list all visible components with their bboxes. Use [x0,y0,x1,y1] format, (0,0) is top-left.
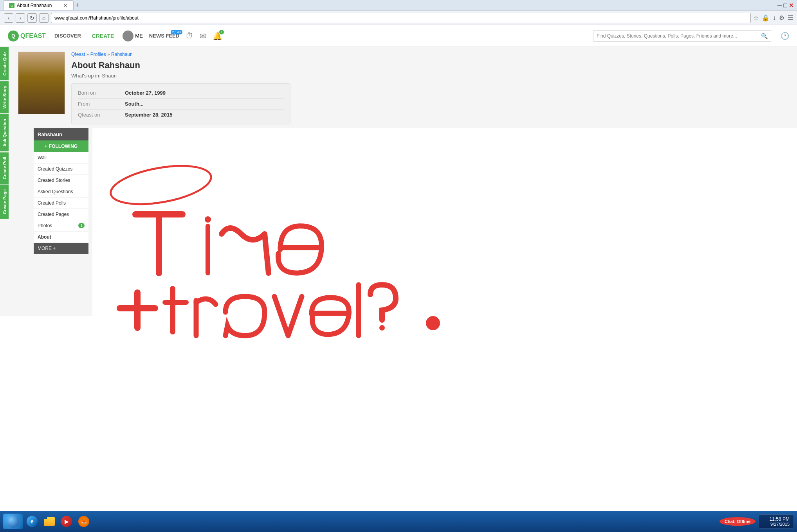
notification-icon[interactable]: 🔔 1 [213,31,222,41]
circle-annotation [108,159,214,211]
logo-icon: Q [8,31,19,41]
star-icon[interactable]: ☆ [753,14,759,22]
main-content: Rahshaun + FOLLOWING Wall Created Quizze… [0,124,797,316]
profile-tagline: What's up im Shaun [71,73,792,79]
sidebar-tab-create-page[interactable]: Create Page [0,185,9,219]
taskbar-icon-folder[interactable] [41,514,57,529]
profile-photo-inner [18,52,65,114]
qfeast-label: Qfeast on [78,112,125,118]
refresh-btn[interactable]: ↻ [27,13,37,23]
nav-item-questions[interactable]: Asked Questions [34,186,88,198]
sidebar-tab-ask-question[interactable]: Ask Question [0,114,9,151]
nav-create[interactable]: CREATE [90,31,117,41]
minimize-btn[interactable]: ─ [777,2,782,9]
taskbar-right: Chat: Offline 11:58 PM 9/27/2015 [719,514,794,528]
drawing-area [92,128,797,316]
drawing-annotation-svg [92,128,562,347]
nav-item-quizzes[interactable]: Created Quizzes [34,164,88,175]
browser-icons: ☆ 🔒 ↓ ⚙ ☰ [753,14,793,22]
svg-point-13 [426,316,440,330]
breadcrumb-profiles[interactable]: Profiles [90,52,106,57]
tab-close-btn[interactable]: ✕ [63,2,68,9]
breadcrumb-rahshaun[interactable]: Rahshaun [111,52,133,57]
media-icon: ▶ [61,516,72,527]
logo-text: QFEAST [20,32,46,40]
born-value: October 27, 1999 [125,90,166,96]
info-row-born: Born on October 27, 1999 [78,88,284,99]
taskbar-icon-ie[interactable]: e [24,514,40,529]
firefox-icon: 🦊 [78,516,89,527]
home-btn[interactable]: ⌂ [39,13,49,23]
tab-title: About Rahshaun [17,3,52,8]
username-header: Rahshaun [34,128,88,140]
notif-badge: 1 [219,30,224,34]
full-window: Q About Rahshaun ✕ + ─ □ ✕ ‹ › ↻ ⌂ ☆ 🔒 ↓… [0,0,797,532]
browser-tab[interactable]: Q About Rahshaun ✕ [3,0,74,10]
forward-btn[interactable]: › [16,13,25,23]
profile-section: Qfeast » Profiles » Rahshaun About Rahsh… [0,47,797,124]
breadcrumb-qfeast[interactable]: Qfeast [71,52,85,57]
left-nav: Rahshaun + FOLLOWING Wall Created Quizze… [34,128,88,316]
me-label: ME [135,33,143,39]
info-row-from: From South... [78,99,284,110]
breadcrumb: Qfeast » Profiles » Rahshaun [71,52,792,57]
nav-me[interactable]: ME [123,31,143,41]
back-btn[interactable]: ‹ [4,13,13,23]
address-bar[interactable] [51,13,751,23]
mail-icon[interactable]: ✉ [200,31,206,41]
chat-status: Chat: Offline [725,519,750,524]
timer-icon[interactable]: ⏱ [186,31,193,40]
system-tray: 11:58 PM 9/27/2015 [759,514,794,528]
search-button[interactable]: 🔍 [758,33,771,39]
profile-name: About Rahshaun [71,60,792,70]
menu-icon[interactable]: ☰ [788,14,793,22]
browser-controls: ‹ › ↻ ⌂ ☆ 🔒 ↓ ⚙ ☰ [0,11,797,25]
qfeast-nav: Q QFEAST DISCOVER CREATE ME NEWS FEED 2,… [0,25,797,47]
folder-icon [44,517,55,526]
nav-search[interactable]: 🔍 [593,30,771,42]
profile-photo [18,52,65,114]
start-button[interactable] [3,514,23,529]
nav-item-stories[interactable]: Created Stories [34,175,88,186]
nav-item-about[interactable]: About [34,232,88,243]
me-avatar [123,31,133,41]
clock-icon[interactable]: 🕐 [781,32,789,40]
following-label: FOLLOWING [49,144,78,149]
following-btn[interactable]: + FOLLOWING [34,140,88,152]
qfeast-logo[interactable]: Q QFEAST [8,31,46,41]
settings-icon[interactable]: ⚙ [779,14,784,22]
close-btn[interactable]: ✕ [789,2,794,9]
search-input[interactable] [593,33,758,39]
nav-item-wall[interactable]: Wall [34,152,88,164]
sidebar-tab-create-poll[interactable]: Create Poll [0,152,9,184]
lock-icon[interactable]: 🔒 [762,14,770,22]
nav-item-polls[interactable]: Created Polls [34,198,88,209]
left-sidebar: Create Quiz Write Story Ask Question Cre… [0,47,9,220]
profile-main: Qfeast » Profiles » Rahshaun About Rahsh… [71,52,792,124]
from-value: South... [125,101,144,107]
start-orb-icon [7,515,19,528]
chat-offline-badge: Chat: Offline [719,517,756,526]
nav-item-photos[interactable]: Photos 1 [34,220,88,232]
ie-icon: e [27,516,38,527]
taskbar: e ▶ 🦊 Chat: Offline 11:58 PM 9/27/2015 [0,511,797,532]
news-feed-nav[interactable]: NEWS FEED 2,143 [149,33,179,39]
info-row-qfeast: Qfeast on September 28, 2015 [78,110,284,120]
info-table: Born on October 27, 1999 From South... Q… [71,83,290,124]
sidebar-tab-create-quiz[interactable]: Create Quiz [0,47,9,80]
more-btn[interactable]: MORE + [34,243,88,254]
tray-date: 9/27/2015 [763,522,790,527]
svg-point-12 [379,325,385,331]
taskbar-icon-firefox[interactable]: 🦊 [76,514,92,529]
new-tab-btn[interactable]: + [75,1,79,9]
from-label: From [78,101,125,107]
sidebar-tab-write-story[interactable]: Write Story [0,81,9,113]
svg-point-3 [205,216,211,223]
nav-item-pages[interactable]: Created Pages [34,209,88,220]
download-icon[interactable]: ↓ [773,14,776,22]
following-plus-icon: + [45,144,47,149]
taskbar-icon-media[interactable]: ▶ [59,514,74,529]
maximize-btn[interactable]: □ [783,2,787,9]
browser-title-bar: Q About Rahshaun ✕ + ─ □ ✕ [0,0,797,11]
nav-discover[interactable]: DISCOVER [52,31,83,40]
